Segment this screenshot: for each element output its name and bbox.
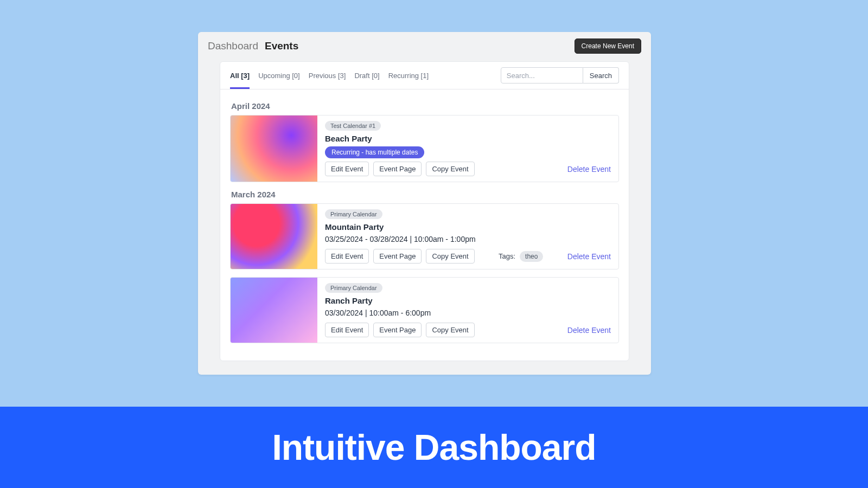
search-wrap: Search [501, 67, 619, 84]
event-datetime: 03/30/2024 | 10:00am - 6:00pm [325, 309, 611, 317]
event-body: Primary Calendar Ranch Party 03/30/2024 … [317, 278, 618, 343]
event-card-ranch: Primary Calendar Ranch Party 03/30/2024 … [230, 277, 619, 343]
copy-event-button[interactable]: Copy Event [426, 323, 474, 337]
breadcrumb: Dashboard Events [208, 40, 298, 52]
tags-wrap: Tags: theo [499, 251, 543, 262]
tabs: All [3] Upcoming [0] Previous [3] Draft … [230, 67, 429, 89]
month-label-march: March 2024 [231, 190, 619, 199]
event-actions-row: Edit Event Event Page Copy Event Delete … [325, 162, 611, 176]
event-card-beach: Test Calendar #1 Beach Party Recurring -… [230, 115, 619, 182]
event-page-button[interactable]: Event Page [373, 162, 422, 176]
tab-previous[interactable]: Previous [3] [309, 67, 346, 89]
month-label-april: April 2024 [231, 101, 619, 111]
header-bar: Dashboard Events Create New Event [198, 32, 651, 61]
edit-event-button[interactable]: Edit Event [325, 162, 369, 176]
event-body: Test Calendar #1 Beach Party Recurring -… [317, 115, 618, 182]
event-actions-row: Edit Event Event Page Copy Event Delete … [325, 323, 611, 337]
delete-event-link[interactable]: Delete Event [567, 326, 611, 335]
tab-all[interactable]: All [3] [230, 67, 250, 89]
event-thumbnail [231, 204, 317, 269]
calendar-pill: Test Calendar #1 [325, 121, 381, 131]
event-title: Ranch Party [325, 296, 611, 305]
delete-event-link[interactable]: Delete Event [567, 165, 611, 174]
marketing-banner: Intuitive Dashboard [0, 407, 868, 488]
calendar-pill: Primary Calendar [325, 209, 382, 219]
event-body: Primary Calendar Mountain Party 03/25/20… [317, 204, 618, 269]
tab-draft[interactable]: Draft [0] [354, 67, 379, 89]
calendar-pill: Primary Calendar [325, 283, 382, 293]
button-group: Edit Event Event Page Copy Event [325, 162, 475, 176]
event-page-button[interactable]: Event Page [373, 323, 422, 337]
banner-title: Intuitive Dashboard [272, 427, 596, 468]
tag-pill[interactable]: theo [520, 251, 543, 262]
tags-label: Tags: [499, 252, 515, 260]
breadcrumb-events[interactable]: Events [265, 40, 298, 52]
tab-recurring[interactable]: Recurring [1] [388, 67, 429, 89]
create-new-event-button[interactable]: Create New Event [575, 38, 641, 54]
event-card-mountain: Primary Calendar Mountain Party 03/25/20… [230, 203, 619, 269]
edit-event-button[interactable]: Edit Event [325, 249, 369, 264]
delete-event-link[interactable]: Delete Event [567, 252, 611, 261]
copy-event-button[interactable]: Copy Event [426, 162, 474, 176]
breadcrumb-dashboard[interactable]: Dashboard [208, 40, 258, 52]
panel-top: All [3] Upcoming [0] Previous [3] Draft … [220, 62, 629, 89]
app-window: Dashboard Events Create New Event All [3… [198, 32, 651, 375]
event-title: Mountain Party [325, 222, 611, 232]
event-thumbnail [231, 278, 317, 343]
panel-body: April 2024 Test Calendar #1 Beach Party … [220, 89, 629, 361]
event-page-button[interactable]: Event Page [373, 249, 422, 264]
button-group: Edit Event Event Page Copy Event [325, 323, 475, 337]
event-actions-row: Edit Event Event Page Copy Event Tags: t… [325, 249, 611, 264]
recurring-badge: Recurring - has multiple dates [325, 146, 424, 158]
event-thumbnail [231, 115, 317, 182]
search-button[interactable]: Search [583, 67, 619, 84]
tab-upcoming[interactable]: Upcoming [0] [258, 67, 300, 89]
event-datetime: 03/25/2024 - 03/28/2024 | 10:00am - 1:00… [325, 235, 611, 243]
search-input[interactable] [501, 67, 583, 84]
button-group: Edit Event Event Page Copy Event [325, 249, 475, 264]
event-title: Beach Party [325, 134, 611, 143]
copy-event-button[interactable]: Copy Event [426, 249, 474, 264]
events-panel: All [3] Upcoming [0] Previous [3] Draft … [220, 61, 629, 361]
edit-event-button[interactable]: Edit Event [325, 323, 369, 337]
